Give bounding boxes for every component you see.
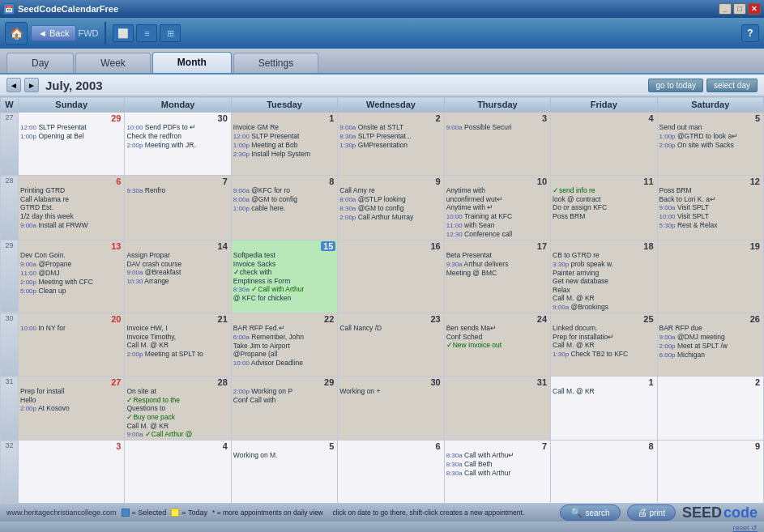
search-button[interactable]: 🔍 search (560, 504, 620, 521)
event: Softpedia test (233, 251, 335, 260)
website-link[interactable]: www.heritagechristiancollege.com (6, 509, 117, 517)
friday-header: Friday (551, 97, 657, 113)
day-jul16[interactable]: 16 (338, 240, 444, 313)
day-jul7[interactable]: 7 9:30a Renfro (125, 176, 231, 240)
day-jul1[interactable]: 1 Invoice GM Re 12:00 SLTP Presentat 1:0… (231, 113, 337, 176)
day-jul23[interactable]: 23 Call Nancy /D (338, 313, 444, 377)
maximize-button[interactable]: □ (733, 3, 746, 15)
view-btn-3[interactable]: ⊞ (160, 24, 181, 42)
day-jul21[interactable]: 21 Invoice HW, I Invoice Timothy, Call M… (125, 313, 231, 377)
toolbar: 🏠 ◄ Back FWD ⬜ ≡ ⊞ ? (0, 18, 764, 49)
day-jun29[interactable]: 29 12:00 SLTP Presentat 1:00p Opening at… (19, 113, 125, 176)
day-aug6[interactable]: 6 (338, 440, 444, 504)
event: 2:00p At Kosovo (20, 404, 122, 413)
day-jul9[interactable]: 9 Call Amy re 8:00a @STLP looking 8:30a … (338, 176, 444, 240)
event: unconfirmed wut↵ (446, 195, 548, 204)
event: 5:00p Clean up (20, 287, 122, 296)
day-aug8[interactable]: 8 (551, 440, 657, 504)
day-aug4[interactable]: 4 (125, 440, 231, 504)
day-aug3[interactable]: 3 (19, 440, 125, 504)
day-jul27[interactable]: 27 Prep for install Hello 2:00p At Kosov… (19, 377, 125, 440)
event: 2:00p On site with Sacks (659, 141, 762, 150)
event: ✓check with (233, 268, 335, 277)
week-28: 28 (1, 176, 19, 240)
tab-week[interactable]: Week (75, 53, 150, 73)
day-aug9[interactable]: 9 (657, 440, 763, 504)
day-jul2[interactable]: 2 9:00a Onsite at STLT 8:30a SLTP Presen… (338, 113, 444, 176)
event: @ KFC for chicken (233, 294, 335, 303)
minimize-button[interactable]: _ (719, 3, 732, 15)
event: Invoice HW, I (126, 324, 228, 333)
day-jun30[interactable]: 30 10:00 Send PDFs to ↵ Check the redfro… (125, 113, 231, 176)
day-jul29[interactable]: 29 2:00p Working on P Conf Call with (231, 377, 337, 440)
go-to-today-button[interactable]: go to today (648, 79, 702, 92)
day-aug2[interactable]: 2 (657, 377, 763, 440)
day-num: 29 (109, 113, 122, 123)
day-jul10[interactable]: 10 Anytime with unconfirmed wut↵ Anytime… (444, 176, 550, 240)
day-jul14[interactable]: 14 Assign Propar DAV crash course 9:00a … (125, 240, 231, 313)
day-jul25[interactable]: 25 Linked docum. Prep for installatio↵ C… (551, 313, 657, 377)
event: 8:00a @GM to config (233, 195, 335, 204)
day-aug1[interactable]: 1 Call M. @ KR (551, 377, 657, 440)
day-jul15-today[interactable]: 15 Softpedia test Invoice Sacks ✓check w… (231, 240, 337, 313)
day-num: 28 (216, 377, 229, 387)
day-jul3[interactable]: 3 9:00a Possible Securi (444, 113, 550, 176)
day-jul8[interactable]: 8 9:00a @KFC for ro 8:00a @GM to config … (231, 176, 337, 240)
prev-month-button[interactable]: ◄ (6, 78, 21, 92)
day-jul20[interactable]: 20 10:00 In NY for (19, 313, 125, 377)
day-num: 16 (429, 241, 442, 251)
view-btn-1[interactable]: ⬜ (113, 24, 134, 42)
day-jul31[interactable]: 31 (444, 377, 550, 440)
event: 1:00p Opening at Bel (20, 132, 122, 141)
day-num: 11 (642, 177, 655, 186)
week-col-header: W (1, 97, 19, 113)
event: 9:00a Install at FRWW (20, 221, 122, 230)
next-month-button[interactable]: ► (24, 78, 39, 92)
day-jul22[interactable]: 22 BAR RFP Fed.↵ 6:00a Remember, John Ta… (231, 313, 337, 377)
day-jul26[interactable]: 26 BAR RFP due 9:00a @DMJ meeting 2:00p … (657, 313, 763, 377)
print-label: print (650, 509, 665, 517)
day-num: 20 (109, 314, 122, 324)
day-jul17[interactable]: 17 Beta Presentat 9:30a Arthur delivers … (444, 240, 550, 313)
day-jul24[interactable]: 24 Ben sends Ma↵ Conf Sched ✓New Invoice… (444, 313, 550, 377)
day-jul5[interactable]: 5 Send out man 1:00p @GTRD to look a↵ 2:… (657, 113, 763, 176)
day-jul30[interactable]: 30 Working on + (338, 377, 444, 440)
bottom-bar: www.heritagechristiancollege.com = Selec… (0, 504, 764, 521)
fwd-button[interactable]: FWD (78, 28, 98, 38)
day-jul11[interactable]: 11 ✓send info re look @ contract Do or a… (551, 176, 657, 240)
home-button[interactable]: 🏠 (5, 22, 28, 45)
tab-day[interactable]: Day (6, 53, 74, 73)
day-num: 7 (540, 441, 548, 451)
day-jul4[interactable]: 4 (551, 113, 657, 176)
day-jul12[interactable]: 12 Poss BRM Back to Lori K. a↵ 9:00a Vis… (657, 176, 763, 240)
event: 1:00p Meeting at Bob (233, 141, 335, 150)
close-button[interactable]: ✕ (748, 3, 761, 15)
day-aug5[interactable]: 5 Working on M. (231, 440, 337, 504)
reset-button[interactable]: reset ↺ (732, 524, 758, 532)
day-jul28[interactable]: 28 On site at ✓Respond to the Questions … (125, 377, 231, 440)
event: Invoice Sacks (233, 260, 335, 269)
back-button[interactable]: ◄ Back (31, 25, 76, 41)
day-jul13[interactable]: 13 Dev Con Goin. 9:00a @Propane 11:00 @D… (19, 240, 125, 313)
event: 12:30 Conference call (446, 230, 548, 239)
event: Get new database (553, 277, 655, 286)
event: 11:00 @DMJ (20, 269, 122, 278)
day-jul6[interactable]: 6 Printing GTRD Call Alabama re GTRD Est… (19, 176, 125, 240)
day-jul18[interactable]: 18 CB to GTRD re 3:30p prob speak w. Pai… (551, 240, 657, 313)
day-aug7[interactable]: 7 8:30a Call with Arthu↵ 8:30a Call Beth… (444, 440, 550, 504)
day-num: 10 (536, 177, 548, 186)
help-button[interactable]: ? (741, 24, 759, 42)
event: ✓New Invoice out (446, 341, 548, 350)
thursday-header: Thursday (444, 97, 550, 113)
tab-month[interactable]: Month (152, 52, 232, 73)
select-day-button[interactable]: select day (706, 79, 758, 92)
tab-settings[interactable]: Settings (233, 53, 318, 73)
event: look @ contract (553, 195, 655, 204)
calendar-grid: W Sunday Monday Tuesday Wednesday Thursd… (0, 96, 764, 504)
print-button[interactable]: 🖨 print (627, 504, 676, 521)
day-jul19[interactable]: 19 (657, 240, 763, 313)
event: BAR RFP Fed.↵ (233, 324, 335, 333)
day-num: 24 (536, 314, 548, 324)
day-num: 12 (749, 177, 762, 186)
view-btn-2[interactable]: ≡ (136, 24, 157, 42)
